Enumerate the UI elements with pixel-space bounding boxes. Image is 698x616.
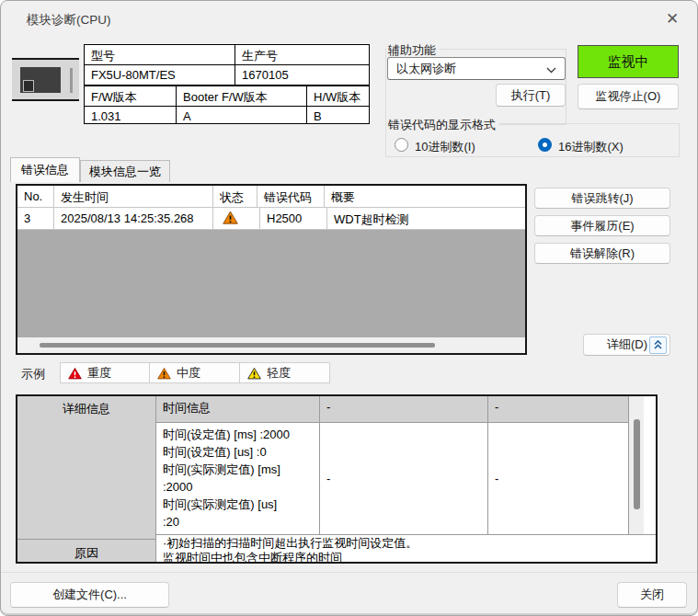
serial-label: 生产号 [235,45,369,65]
error-jump-button[interactable]: 错误跳转(J) [534,188,670,209]
detail-table: 详细信息 原因 时间信息 时间(设定值) [ms] :2000 时间(设定值) … [16,394,658,564]
time-line: 时间(设定值) [us] :0 [163,443,317,461]
vertical-scrollbar[interactable] [629,396,644,534]
aux-function-dropdown[interactable]: 以太网诊断 [387,57,566,80]
detail-column-3: - - [488,396,629,534]
legend-minor-label: 轻度 [267,365,291,382]
detail-column-2: - - [320,396,488,534]
time-line: 时间(实际测定值) [us] [163,496,317,513]
module-diagnostics-dialog: 模块诊断(CPU) ✕ 型号 生产号 FX5U-80MT/ES 1670105 … [0,0,698,616]
detail-col3-value: - [488,423,628,534]
vertical-scrollbar-thumb[interactable] [634,419,640,509]
hexadecimal-radio-label[interactable]: 16进制数(X) [558,139,624,155]
detail-button-label: 详细(D) [607,337,647,353]
create-file-button[interactable]: 创建文件(C)... [10,582,169,608]
fw-label: F/W版本 [85,86,177,107]
monitor-stop-button[interactable]: 监视停止(O) [578,84,679,109]
time-line: :2000 [163,478,317,496]
time-info-values: 时间(设定值) [ms] :2000 时间(设定值) [us] :0 时间(实际… [156,423,319,534]
time-line: 时间(实际测定值) [ms] [163,461,317,478]
time-info-header: 时间信息 [156,396,319,423]
cause-row-label: 原因 [17,540,155,562]
booter-label: Booter F/W版本 [177,86,307,107]
tab-error-info[interactable]: 错误信息 [10,157,80,182]
col-header-status: 状态 [213,186,257,208]
cpu-module-image [12,58,79,101]
error-no: 3 [17,208,54,230]
tab-module-info-list[interactable]: 模块信息一览 [80,160,170,182]
close-icon[interactable]: ✕ [662,9,682,29]
detail-button[interactable]: 详细(D) [583,334,670,356]
monitoring-status-indicator: 监视中 [578,45,679,78]
legend-moderate: 中度 [150,362,240,383]
warning-triangle-yellow-icon [247,367,261,380]
warning-triangle-icon [213,208,260,230]
col-header-time: 发生时间 [54,186,213,208]
title-bar: 模块诊断(CPU) ✕ [1,1,698,38]
double-chevron-up-icon [649,337,667,354]
cpu-module-slot [70,68,73,93]
horizontal-scrollbar[interactable] [17,337,525,353]
horizontal-scrollbar-thumb[interactable] [40,343,435,348]
error-summary: WDT超时检测 [327,208,525,230]
error-clear-button[interactable]: 错误解除(R) [534,243,670,264]
hexadecimal-radio[interactable] [538,138,552,152]
legend-severe-label: 重度 [87,365,111,382]
event-history-button[interactable]: 事件履历(E) [534,215,670,236]
close-button[interactable]: 关闭 [617,582,687,608]
col-header-code: 错误代码 [257,186,325,208]
time-line: 时间(设定值) [ms] :2000 [163,426,317,443]
error-table-empty-area [17,230,525,337]
decimal-radio-label[interactable]: 10进制数(I) [415,139,475,155]
cause-line-1: ·初始扫描的扫描时间超出执行监视时间设定值。 [163,536,656,551]
error-time: 2025/08/13 14:25:35.268 [54,208,213,230]
model-label: 型号 [85,45,235,65]
aux-function-dropdown-value: 以太网诊断 [396,61,456,77]
col-header-summary: 概要 [325,186,525,208]
cpu-module-connector [23,80,34,92]
col-header-no: No. [17,186,54,208]
hw-value: B [307,107,369,124]
table-row[interactable]: 3 2025/08/13 14:25:35.268 H2500 WDT超时检测 [17,208,525,230]
module-info-table: 型号 生产号 FX5U-80MT/ES 1670105 F/W版本 Booter… [84,44,370,124]
serial-value: 1670105 [235,65,369,86]
warning-triangle-orange-icon [157,367,171,380]
error-format-label: 错误代码的显示格式 [386,117,499,133]
error-code: H2500 [260,208,327,230]
hw-label: H/W版本 [307,86,369,107]
model-value: FX5U-80MT/ES [85,65,235,86]
time-line: :20 [163,513,317,530]
dialog-title: 模块诊断(CPU) [27,12,111,29]
legend-moderate-label: 中度 [177,365,200,382]
error-table: No. 发生时间 状态 错误代码 概要 3 2025/08/13 14:25:3… [16,184,527,355]
detail-col2-header: - [320,396,487,423]
warning-triangle-red-icon [68,367,82,380]
detail-col3-header: - [488,396,628,423]
execute-button[interactable]: 执行(T) [496,84,566,107]
footer-divider [1,572,698,573]
detail-table-label-column: 详细信息 原因 [17,396,156,562]
booter-value: A [177,107,307,124]
detail-col2-value: - [320,423,487,534]
legend-label: 示例 [21,366,45,382]
cause-line-2: 监视时间中也包含中断程序的时间 [163,551,656,562]
decimal-radio[interactable] [395,138,408,152]
detail-column-time: 时间信息 时间(设定值) [ms] :2000 时间(设定值) [us] :0 … [156,396,320,534]
legend: 重度 中度 轻度 [60,362,330,383]
legend-minor: 轻度 [240,362,330,383]
chevron-down-icon [546,67,556,74]
error-table-header-row: No. 发生时间 状态 错误代码 概要 [17,186,525,208]
cause-text: ·初始扫描的扫描时间超出执行监视时间设定值。 监视时间中也包含中断程序的时间 [156,535,656,562]
legend-severe: 重度 [60,362,150,383]
fw-value: 1.031 [85,107,177,124]
detail-info-row-label: 详细信息 [17,396,155,540]
